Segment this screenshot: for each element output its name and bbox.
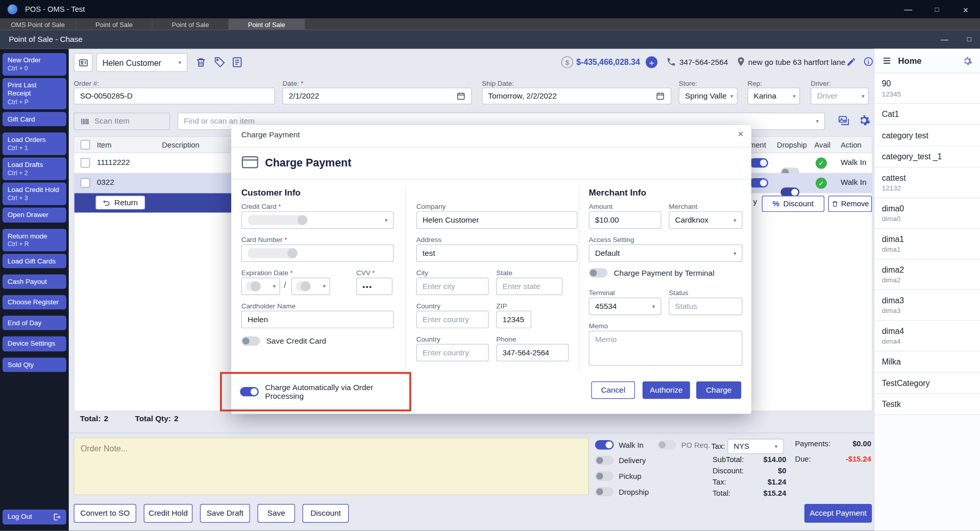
tax-select[interactable]: NYS ▾ <box>727 439 783 454</box>
sidebar-item-device-settings[interactable]: Device Settings <box>3 336 66 351</box>
sidebar-item-load-orders[interactable]: Load OrdersCtrl + 1 <box>3 132 66 155</box>
category-item[interactable]: Cat1 <box>874 104 980 125</box>
terminal-select[interactable]: 45534▾ <box>589 298 661 315</box>
delivery-toggle[interactable] <box>595 456 614 465</box>
country2-input[interactable]: Enter country <box>416 344 489 361</box>
cardholder-input[interactable]: Helen <box>241 311 394 328</box>
maximize-button[interactable]: □ <box>922 0 951 19</box>
status-input[interactable]: Status <box>669 298 742 315</box>
tab-point-of-sale-3[interactable]: Point of Sale <box>229 19 305 30</box>
edit-pencil-icon[interactable] <box>846 57 856 67</box>
credit-hold-button[interactable]: Credit Hold <box>144 504 193 523</box>
save-credit-card-toggle[interactable] <box>241 336 260 346</box>
select-all-checkbox[interactable] <box>81 140 90 149</box>
zip-input[interactable]: 12345 <box>496 311 531 328</box>
discount-row-button[interactable]: % Discount <box>762 196 824 212</box>
auto-charge-toggle[interactable] <box>240 387 259 396</box>
category-item[interactable]: TestCategory <box>874 373 980 394</box>
pos-restore-button[interactable]: □ <box>967 35 971 44</box>
pos-minimize-button[interactable]: — <box>941 35 948 44</box>
phone-input[interactable]: 347-564-2564 <box>496 344 569 361</box>
address-input[interactable]: test <box>416 245 578 262</box>
sidebar-item-cash-payout[interactable]: Cash Payout <box>3 274 66 288</box>
remove-row-button[interactable]: Remove <box>828 196 872 212</box>
category-item[interactable]: dima3dima3 <box>874 290 980 321</box>
payment-toggle[interactable] <box>749 178 768 187</box>
sidebar-item-gift-card[interactable]: Gift Card <box>3 112 66 126</box>
authorize-button[interactable]: Authorize <box>643 381 690 399</box>
sidebar-item-open-drawer[interactable]: Open Drawer <box>3 208 66 222</box>
date-input[interactable]: 2/1/2022 <box>282 87 472 104</box>
close-button[interactable]: × <box>951 0 980 19</box>
company-input[interactable]: Helen Customer <box>416 211 578 229</box>
category-item[interactable]: category test <box>874 125 980 147</box>
rep-select[interactable]: Karina▾ <box>747 87 800 104</box>
memo-textarea[interactable]: Memo <box>589 331 742 366</box>
order-number-input[interactable]: SO-0050285-D <box>74 87 275 104</box>
category-item[interactable]: Testk <box>874 394 980 415</box>
convert-to-so-button[interactable]: Convert to SO <box>74 504 136 523</box>
accept-payment-button[interactable]: Accept Payment <box>804 504 872 523</box>
add-payment-button[interactable]: + <box>646 56 657 68</box>
store-select[interactable]: Spring Valle▾ <box>679 87 738 104</box>
category-item[interactable]: dima1dima1 <box>874 229 980 259</box>
row-checkbox[interactable] <box>81 178 90 187</box>
settings-gear-icon[interactable] <box>857 114 871 127</box>
sidebar-item-return-mode[interactable]: Return modeCtrl + R <box>3 229 66 251</box>
category-item[interactable]: Milka <box>874 351 980 373</box>
catalog-icon[interactable] <box>838 114 850 127</box>
order-note-input[interactable]: Order Note... <box>74 438 589 495</box>
walk-in-toggle[interactable] <box>595 440 614 449</box>
category-item[interactable]: cattest12132 <box>874 167 980 198</box>
sidebar-item-print-last-receipt[interactable]: Print Last ReceiptCtrl + P <box>3 78 66 109</box>
ship-date-input[interactable]: Tomorrow, 2/2/2022 <box>482 87 671 104</box>
row-checkbox[interactable] <box>81 158 90 167</box>
save-button[interactable]: Save <box>257 504 295 523</box>
logout-button[interactable]: Log Out <box>3 510 66 524</box>
driver-select[interactable]: Driver▾ <box>811 87 869 104</box>
category-item[interactable]: dima2dima2 <box>874 259 980 290</box>
tab-oms-point-of-sale[interactable]: OMS Point of Sale <box>0 19 76 30</box>
delete-customer-icon[interactable] <box>195 56 207 68</box>
sidebar-item-load-credit-hold[interactable]: Load Credit HoldCtrl + 3 <box>3 183 66 205</box>
scan-item-input[interactable]: Scan Item <box>74 112 170 130</box>
card-number-input[interactable] <box>241 245 394 262</box>
discount-button[interactable]: Discount <box>303 504 349 523</box>
merchant-select[interactable]: Cardknox▾ <box>669 211 742 229</box>
menu-icon[interactable] <box>882 56 892 66</box>
note-icon[interactable] <box>231 56 243 68</box>
modal-close-icon[interactable]: × <box>738 128 744 140</box>
customer-select[interactable]: Helen Customer ▾ <box>96 53 188 72</box>
expiration-year-select[interactable]: ▾ <box>291 278 330 295</box>
sidebar-item-load-drafts[interactable]: Load DraftsCtrl + 2 <box>3 157 66 180</box>
charge-button[interactable]: Charge <box>696 381 741 399</box>
minimize-button[interactable]: — <box>894 0 922 19</box>
return-button[interactable]: Return <box>95 196 144 209</box>
cancel-button[interactable]: Cancel <box>591 381 635 399</box>
sidebar-item-load-gift-cards[interactable]: Load Gift Cards <box>3 254 66 268</box>
pickup-toggle[interactable] <box>595 471 614 480</box>
gear-icon[interactable] <box>962 55 972 66</box>
po-req-toggle[interactable] <box>657 440 676 449</box>
country-input[interactable]: Enter country <box>416 311 489 328</box>
state-input[interactable]: Enter state <box>496 278 562 295</box>
sidebar-item-sold-qty[interactable]: Sold Qty <box>3 357 66 372</box>
tab-point-of-sale-1[interactable]: Point of Sale <box>76 19 152 30</box>
category-item[interactable]: 9012345 <box>874 73 980 104</box>
sidebar-item-new-order[interactable]: New OrderCtrl + 0 <box>3 53 66 76</box>
expiration-month-select[interactable]: ▾ <box>241 278 280 295</box>
cvv-input[interactable]: ••• <box>356 278 393 295</box>
category-item[interactable]: category_test _1 <box>874 147 980 168</box>
save-draft-button[interactable]: Save Draft <box>200 504 250 523</box>
info-icon[interactable] <box>863 56 874 67</box>
amount-input[interactable]: $10.00 <box>589 211 661 229</box>
charge-by-terminal-toggle[interactable] <box>589 268 607 277</box>
customer-card-button[interactable] <box>74 53 92 72</box>
payment-toggle[interactable] <box>749 158 768 167</box>
tab-point-of-sale-2[interactable]: Point of Sale <box>153 19 229 30</box>
credit-card-select[interactable]: ▾ <box>241 211 394 229</box>
sidebar-item-end-of-day[interactable]: End of Day <box>3 316 66 330</box>
category-item[interactable]: dima0dima0 <box>874 198 980 229</box>
dropship-order-toggle[interactable] <box>595 487 614 496</box>
city-input[interactable]: Enter city <box>416 278 489 295</box>
